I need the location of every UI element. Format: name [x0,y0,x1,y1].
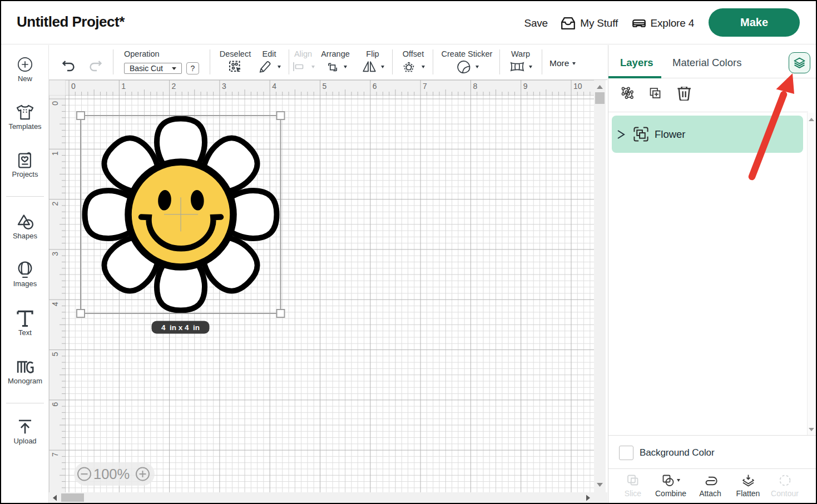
svg-text:5: 5 [51,352,60,356]
svg-text:6: 6 [51,402,60,407]
svg-text:4 in x 4 in: 4 in x 4 in [161,323,200,332]
svg-text:1: 1 [121,82,126,91]
svg-text:1: 1 [51,151,60,156]
svg-text:7: 7 [423,82,427,91]
svg-text:5: 5 [323,82,327,91]
svg-text:2: 2 [172,82,176,91]
svg-text:100%: 100% [93,466,130,482]
svg-text:0: 0 [51,101,60,106]
svg-text:3: 3 [222,82,226,91]
svg-text:10: 10 [573,82,582,91]
svg-text:0: 0 [71,82,76,91]
svg-text:8: 8 [473,82,477,91]
svg-text:2: 2 [51,201,60,206]
svg-text:4: 4 [51,302,60,306]
svg-text:9: 9 [523,82,528,91]
svg-text:4: 4 [272,82,276,91]
svg-text:6: 6 [373,82,377,91]
svg-text:7: 7 [51,452,60,457]
svg-text:3: 3 [51,252,60,256]
